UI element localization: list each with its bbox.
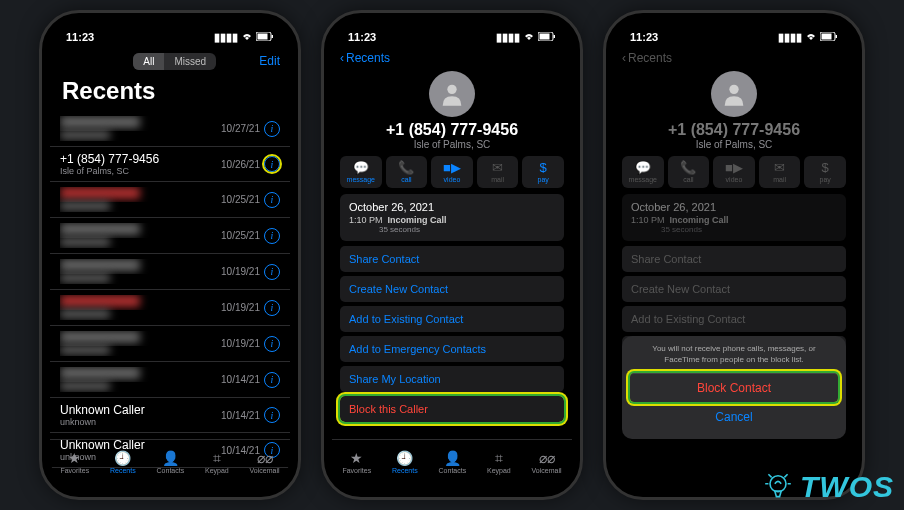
action-video[interactable]: ■▶video bbox=[431, 156, 473, 188]
call-sub bbox=[60, 131, 221, 141]
svg-rect-4 bbox=[540, 34, 550, 40]
segmented-control[interactable]: All Missed bbox=[133, 53, 216, 70]
info-button[interactable]: i bbox=[264, 407, 280, 423]
status-right: ▮▮▮▮ bbox=[496, 31, 556, 44]
call-date: 10/14/21 bbox=[221, 374, 260, 385]
call-row[interactable]: 10/14/21i bbox=[50, 362, 290, 398]
action-row: 💬message 📞call ■▶video ✉mail $pay bbox=[614, 156, 854, 194]
voicemail-icon: ⌀⌀ bbox=[539, 450, 555, 466]
call-row[interactable]: 10/19/21i bbox=[50, 254, 290, 290]
phone-icon: 📞 bbox=[398, 161, 414, 175]
tab-keypad[interactable]: ⌗Keypad bbox=[205, 450, 229, 474]
tab-contacts[interactable]: 👤Contacts bbox=[157, 450, 185, 474]
tab-favorites[interactable]: ★Favorites bbox=[60, 450, 89, 474]
phone-recents-list: 11:23 ▮▮▮▮ All Missed Edit Recents 10/27… bbox=[39, 10, 301, 500]
svg-rect-8 bbox=[822, 34, 832, 40]
call-sub bbox=[60, 238, 221, 248]
call-row[interactable]: 10/27/21i bbox=[50, 111, 290, 147]
back-button[interactable]: ‹ Recents bbox=[332, 47, 572, 69]
keypad-icon: ⌗ bbox=[213, 450, 221, 466]
call-log-card: October 26, 2021 1:10 PM Incoming Call 3… bbox=[340, 194, 564, 241]
info-button[interactable]: i bbox=[264, 156, 280, 172]
call-name bbox=[60, 331, 221, 346]
info-button[interactable]: i bbox=[264, 300, 280, 316]
tab-bar: ★Favorites 🕘Recents 👤Contacts ⌗Keypad ⌀⌀… bbox=[50, 439, 290, 489]
call-date: 10/14/21 bbox=[221, 410, 260, 421]
action-call[interactable]: 📞call bbox=[386, 156, 428, 188]
action-pay[interactable]: $pay bbox=[522, 156, 564, 188]
svg-rect-2 bbox=[272, 35, 274, 38]
tab-voicemail[interactable]: ⌀⌀Voicemail bbox=[250, 450, 280, 474]
call-sub bbox=[60, 202, 221, 212]
battery-icon bbox=[256, 31, 274, 43]
call-sub bbox=[60, 310, 221, 320]
tab-voicemail[interactable]: ⌀⌀Voicemail bbox=[532, 450, 562, 474]
opt-block-this-caller[interactable]: Block this Caller bbox=[340, 396, 564, 422]
keypad-icon: ⌗ bbox=[495, 450, 503, 466]
call-row[interactable]: 10/25/21i bbox=[50, 182, 290, 218]
edit-button[interactable]: Edit bbox=[259, 54, 280, 68]
info-button[interactable]: i bbox=[264, 336, 280, 352]
voicemail-icon: ⌀⌀ bbox=[257, 450, 273, 466]
back-button: ‹ Recents bbox=[614, 47, 854, 69]
call-duration: 35 seconds bbox=[349, 225, 555, 234]
tab-recents[interactable]: 🕘Recents bbox=[392, 450, 418, 474]
wifi-icon bbox=[241, 31, 253, 43]
action-mail: ✉mail bbox=[759, 156, 801, 188]
opt-share-contact[interactable]: Share Contact bbox=[340, 246, 564, 272]
wifi-icon bbox=[805, 31, 817, 43]
cancel-button[interactable]: Cancel bbox=[630, 402, 838, 431]
call-date: 10/26/21 bbox=[221, 159, 260, 170]
call-name bbox=[60, 187, 221, 202]
info-button[interactable]: i bbox=[264, 192, 280, 208]
call-date: 10/27/21 bbox=[221, 123, 260, 134]
opt-emergency[interactable]: Add to Emergency Contacts bbox=[340, 336, 564, 362]
info-button[interactable]: i bbox=[264, 228, 280, 244]
person-icon: 👤 bbox=[444, 450, 461, 466]
seg-missed[interactable]: Missed bbox=[164, 53, 216, 70]
tab-contacts[interactable]: 👤Contacts bbox=[439, 450, 467, 474]
contact-number: +1 (854) 777-9456 bbox=[614, 121, 854, 139]
chevron-left-icon: ‹ bbox=[622, 51, 626, 65]
call-time-line: 1:10 PM Incoming Call bbox=[349, 215, 555, 225]
action-message[interactable]: 💬message bbox=[340, 156, 382, 188]
call-name bbox=[60, 116, 221, 131]
call-sub: unknown bbox=[60, 417, 221, 427]
pay-icon: $ bbox=[540, 161, 547, 175]
mail-icon: ✉ bbox=[492, 161, 503, 175]
contact-location: Isle of Palms, SC bbox=[332, 139, 572, 150]
call-row[interactable]: 10/19/21i bbox=[50, 290, 290, 326]
opt-add-existing[interactable]: Add to Existing Contact bbox=[340, 306, 564, 332]
notch bbox=[679, 13, 789, 33]
call-list[interactable]: 10/27/21i+1 (854) 777-9456Isle of Palms,… bbox=[50, 111, 290, 468]
call-row[interactable]: Unknown Callerunknown10/14/21i bbox=[50, 398, 290, 433]
info-button[interactable]: i bbox=[264, 264, 280, 280]
screen: 11:23 ▮▮▮▮ ‹ Recents +1 (854) 777-9456 I… bbox=[332, 21, 572, 489]
video-icon: ■▶ bbox=[725, 161, 743, 175]
call-row[interactable]: +1 (854) 777-9456Isle of Palms, SC10/26/… bbox=[50, 147, 290, 182]
seg-all[interactable]: All bbox=[133, 53, 164, 70]
notch bbox=[115, 13, 225, 33]
tab-recents[interactable]: 🕘Recents bbox=[110, 450, 136, 474]
back-label: Recents bbox=[346, 51, 390, 65]
tab-keypad[interactable]: ⌗Keypad bbox=[487, 450, 511, 474]
chevron-left-icon: ‹ bbox=[340, 51, 344, 65]
call-row[interactable]: 10/19/21i bbox=[50, 326, 290, 362]
action-row: 💬message 📞call ■▶video ✉mail $pay bbox=[332, 156, 572, 194]
opt-share-loc[interactable]: Share My Location bbox=[340, 366, 564, 392]
lightbulb-icon bbox=[762, 471, 794, 503]
call-name bbox=[60, 259, 221, 274]
action-message: 💬message bbox=[622, 156, 664, 188]
call-date: 10/25/21 bbox=[221, 194, 260, 205]
call-row[interactable]: 10/25/21i bbox=[50, 218, 290, 254]
info-button[interactable]: i bbox=[264, 372, 280, 388]
page-title: Recents bbox=[50, 75, 290, 111]
info-button[interactable]: i bbox=[264, 121, 280, 137]
contact-location: Isle of Palms, SC bbox=[614, 139, 854, 150]
call-date: 10/19/21 bbox=[221, 266, 260, 277]
opt-create-new-contact: Create New Contact bbox=[622, 276, 846, 302]
opt-create-new-contact[interactable]: Create New Contact bbox=[340, 276, 564, 302]
block-contact-button[interactable]: Block Contact bbox=[630, 373, 838, 402]
tab-favorites[interactable]: ★Favorites bbox=[342, 450, 371, 474]
notch bbox=[397, 13, 507, 33]
